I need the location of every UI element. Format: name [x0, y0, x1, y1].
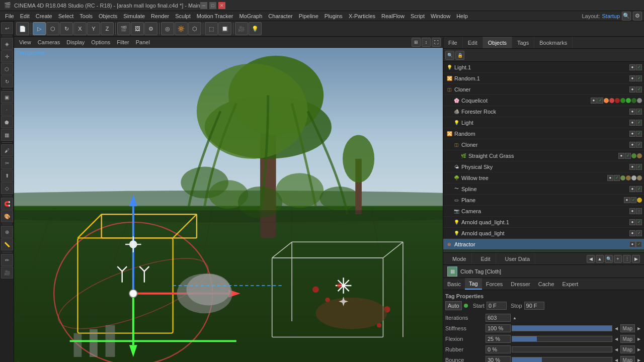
obj-vis-random1[interactable]: ● [629, 75, 635, 81]
menu-file[interactable]: File [2, 11, 17, 21]
vt-icon3[interactable]: ⛶ [432, 38, 441, 47]
obj-arnold-light[interactable]: 💡 Arnold quad_light ● ✓ [443, 228, 644, 239]
tool-snap[interactable]: ⊕ [1, 226, 13, 238]
tool-knife[interactable]: ✂ [1, 157, 13, 169]
obj-grass[interactable]: 🌿 Straight Cut Grass ● ✓ [443, 150, 644, 161]
tab-bookmarks[interactable]: Bookmarks [534, 37, 573, 48]
obj-spline[interactable]: 〜 Spline ● ✓ [443, 184, 644, 195]
menu-mograph[interactable]: MoGraph [236, 11, 266, 21]
iterations-input[interactable] [486, 314, 511, 322]
obj-enable-rock[interactable]: ✓ [636, 109, 642, 115]
menu-tools[interactable]: Tools [76, 11, 96, 21]
obj-vis-al1[interactable]: ● [629, 219, 635, 225]
obj-vis-attractor[interactable]: ● [629, 241, 635, 247]
menu-help[interactable]: Help [453, 11, 471, 21]
obj-attractor[interactable]: ⊛ Attractor ● ✓ [443, 239, 644, 250]
tag-tag[interactable]: Tag [465, 278, 482, 290]
tab-edit-obj[interactable]: Edit [463, 37, 483, 48]
tab-objects[interactable]: Objects [483, 37, 512, 48]
vt-filter[interactable]: Filter [114, 37, 132, 47]
rotate-tool[interactable]: ↻ [60, 22, 73, 35]
snap-toggle[interactable]: 🔲 [218, 22, 231, 35]
obj-vis-random[interactable]: ● [629, 131, 635, 137]
tool-scale[interactable]: ⬡ [1, 63, 13, 75]
obj-enable-random1[interactable]: ✓ [636, 75, 642, 81]
tag-cache[interactable]: Cache [534, 278, 558, 290]
obj-random1[interactable]: 🔀 Random.1 ● ✓ [443, 73, 644, 84]
obj-arnold-light1[interactable]: 💡 Arnold quad_light.1 ● ✓ [443, 217, 644, 228]
flex-map[interactable]: Map [620, 335, 635, 343]
obj-search[interactable]: 🔍 [445, 51, 454, 60]
obj-enable-cloner[interactable]: ✓ [636, 86, 642, 93]
obj-vis-wind[interactable]: ● [629, 252, 635, 253]
tag-nav-up[interactable]: ▲ [596, 255, 604, 263]
maximize-button[interactable]: □ [209, 2, 216, 9]
obj-vis-willow[interactable]: ● [607, 175, 613, 181]
obj-cloner2[interactable]: ◫ Cloner ● ✓ [443, 139, 644, 150]
menu-simulate[interactable]: Simulate [120, 11, 148, 21]
obj-enable-camera[interactable]: : [636, 208, 642, 214]
bounce-slider[interactable] [512, 357, 612, 362]
obj-random[interactable]: 🔀 Random ● ✓ [443, 128, 644, 139]
viewport-canvas[interactable]: Perspective [14, 48, 443, 362]
tag-add[interactable]: + [614, 255, 622, 263]
vt-icon2[interactable]: ↕ [422, 38, 431, 47]
obj-vis-coquelicot[interactable]: ● [591, 98, 597, 104]
tool-measure[interactable]: 📏 [1, 238, 13, 250]
menu-edit[interactable]: Edit [17, 11, 33, 21]
obj-vis-light1[interactable]: ● [629, 64, 635, 70]
obj-enable-light1[interactable]: ✓ [636, 64, 642, 70]
layout-search[interactable]: 🔍 [622, 12, 631, 21]
bounce-map[interactable]: Map [620, 356, 635, 362]
menu-window[interactable]: Window [428, 11, 453, 21]
obj-vis-sky[interactable]: ● [629, 164, 635, 170]
menu-motion-tracker[interactable]: Motion Tracker [194, 11, 236, 21]
menu-plugins[interactable]: Plugins [321, 11, 346, 21]
vt-options[interactable]: Options [88, 37, 113, 47]
objects-list[interactable]: 💡 Light.1 ● ✓ 🔀 Random.1 [443, 62, 644, 252]
obj-enable-attractor[interactable]: ✓ [636, 241, 642, 247]
obj-enable-al1[interactable]: ✓ [636, 219, 642, 225]
menu-x-particles[interactable]: X-Particles [346, 11, 378, 21]
obj-enable-light[interactable]: ✓ [636, 120, 642, 126]
render-settings[interactable]: ⚙ [144, 22, 157, 35]
menu-render[interactable]: Render [148, 11, 172, 21]
stiff-arrow[interactable]: ◀ [613, 325, 619, 331]
rubber-map[interactable]: Map [620, 345, 635, 353]
tool-bevel[interactable]: ◇ [1, 182, 13, 194]
layout-settings[interactable]: ⚙ [633, 12, 642, 21]
obj-enable-cloner2[interactable]: ✓ [636, 142, 642, 148]
stiff-map[interactable]: Map [620, 324, 635, 332]
viewport[interactable]: View Cameras Display Options Filter Pane… [14, 37, 443, 362]
scale-tool[interactable]: ⬡ [46, 22, 59, 35]
grid-toggle[interactable]: ⬚ [205, 22, 218, 35]
obj-coquelicot[interactable]: 🌸 Coquelicot ● ✓ [443, 95, 644, 106]
obj-vis-spline[interactable]: ● [629, 186, 635, 192]
obj-vis-cloner2[interactable]: ● [629, 142, 635, 148]
auto-btn[interactable]: Auto [445, 301, 462, 310]
tab-file[interactable]: File [443, 37, 463, 48]
menu-create[interactable]: Create [33, 11, 55, 21]
obj-light1[interactable]: 💡 Light.1 ● ✓ [443, 62, 644, 73]
vt-icon1[interactable]: ⊞ [412, 38, 421, 47]
menu-sculpt[interactable]: Sculpt [172, 11, 194, 21]
tool-magnet[interactable]: 🧲 [1, 198, 13, 210]
flexion-input[interactable] [486, 335, 511, 343]
obj-vis-plane[interactable]: ● [624, 197, 630, 203]
obj-vis-grass[interactable]: ● [618, 153, 624, 159]
menu-objects[interactable]: Objects [96, 11, 120, 21]
menu-realflow[interactable]: RealFlow [378, 11, 408, 21]
flexion-slider[interactable] [512, 336, 612, 342]
shading-mode[interactable]: 🔆 [175, 22, 188, 35]
minimize-button[interactable]: ─ [200, 2, 207, 9]
obj-willow[interactable]: 🌳 Willow tree ● ✓ [443, 172, 644, 184]
select-rect[interactable]: Y [87, 22, 100, 35]
obj-cloner[interactable]: ◫ Cloner ● ✓ [443, 84, 644, 95]
tool-edges[interactable]: ⬟ [1, 116, 13, 128]
menu-character[interactable]: Character [265, 11, 295, 21]
tag-search[interactable]: 🔍 [605, 255, 613, 263]
obj-light[interactable]: 💡 Light ● ✓ [443, 117, 644, 128]
tool-select-live[interactable]: ◈ [1, 38, 13, 50]
tool-rotate[interactable]: ↻ [1, 75, 13, 87]
tool-extrude[interactable]: ⬆ [1, 169, 13, 182]
